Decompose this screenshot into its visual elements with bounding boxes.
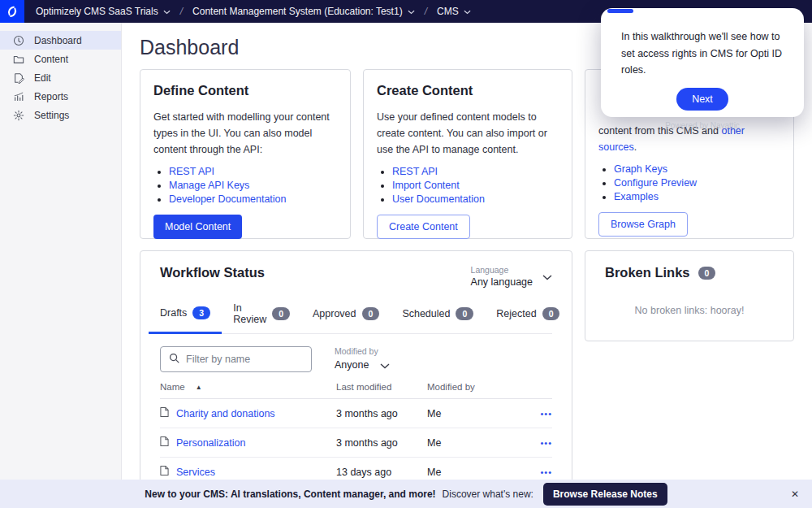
chevron-down-icon (464, 6, 471, 17)
sidebar-item-edit[interactable]: Edit (0, 68, 121, 87)
modified-by-label: Modified by (335, 346, 390, 356)
table-row: Services 13 days ago Me ••• (160, 458, 552, 480)
workflow-status-title: Workflow Status (160, 265, 265, 280)
column-header-last-modified[interactable]: Last modified (336, 382, 427, 392)
workflow-table: Name▲ Last modified Modified by Charity … (160, 382, 552, 480)
content-item-link[interactable]: Charity and donations (160, 406, 275, 420)
language-label: Language (471, 265, 533, 275)
create-content-body: Use your defined content models to creat… (377, 109, 559, 158)
breadcrumb-project-label: Content Management System (Education: Te… (192, 6, 403, 17)
table-row: Charity and donations 3 months ago Me ••… (160, 399, 552, 428)
create-content-links: REST API Import Content User Documentati… (377, 166, 559, 205)
gear-icon (13, 110, 24, 121)
column-header-modified-by[interactable]: Modified by (427, 382, 531, 392)
browse-release-notes-button[interactable]: Browse Release Notes (543, 483, 667, 506)
import-content-link[interactable]: Import Content (392, 180, 460, 191)
breadcrumb-product[interactable]: CMS (437, 6, 471, 17)
chart-icon (13, 91, 24, 102)
workflow-status-card: Workflow Status Language Any language Dr… (140, 250, 572, 480)
sidebar-item-dashboard[interactable]: Dashboard (0, 31, 121, 50)
sidebar-item-label: Reports (34, 91, 68, 102)
configure-preview-link[interactable]: Configure Preview (614, 177, 697, 189)
browse-graph-button[interactable]: Browse Graph (598, 212, 688, 237)
last-modified-cell: 13 days ago (336, 467, 427, 478)
workflow-tabs: Drafts 3 In Review 0 Approved 0 Schedule… (149, 294, 552, 334)
document-icon (160, 436, 169, 449)
optimizely-logo-icon (5, 4, 19, 19)
examples-link[interactable]: Examples (614, 191, 659, 202)
sidebar-item-label: Content (34, 54, 68, 65)
language-selector[interactable]: Language Any language (471, 265, 552, 288)
tab-label: Rejected (496, 308, 536, 319)
breadcrumb-product-label: CMS (437, 6, 459, 17)
document-icon (160, 406, 169, 420)
sidebar-item-settings[interactable]: Settings (0, 106, 121, 124)
tab-label: Drafts (160, 307, 187, 319)
tab-label: Approved (313, 308, 356, 319)
content-item-link[interactable]: Services (160, 465, 215, 479)
breadcrumb-separator: / (425, 6, 427, 17)
banner-bold-text: New to your CMS: AI translations, Conten… (145, 488, 435, 500)
row-actions-menu[interactable]: ••• (540, 467, 552, 477)
broken-links-count-badge: 0 (698, 267, 716, 280)
sort-asc-icon: ▲ (196, 384, 202, 391)
gauge-icon (13, 35, 24, 46)
sidebar: Dashboard Content Edit Reports Settings (0, 23, 122, 480)
language-value: Any language (471, 276, 533, 288)
manage-api-keys-link[interactable]: Manage API Keys (169, 180, 249, 191)
sidebar-item-content[interactable]: Content (0, 50, 121, 68)
breadcrumb-project[interactable]: Content Management System (Education: Te… (192, 6, 415, 17)
walkthrough-progress-bar (607, 9, 633, 13)
sidebar-item-label: Settings (34, 110, 69, 121)
walkthrough-tooltip: In this walkthrough we'll see how to set… (601, 8, 804, 117)
user-documentation-link[interactable]: User Documentation (392, 193, 485, 205)
page-title: Dashboard (140, 36, 239, 59)
banner-close-icon[interactable]: ✕ (791, 488, 799, 500)
last-modified-cell: 3 months ago (336, 408, 427, 419)
tab-in-review[interactable]: In Review 0 (222, 294, 301, 333)
chevron-down-icon (380, 358, 390, 372)
optimizely-logo[interactable] (0, 0, 24, 23)
walkthrough-next-button[interactable]: Next (676, 88, 728, 111)
tab-rejected[interactable]: Rejected 0 (485, 294, 571, 333)
walkthrough-text: In this walkthrough we'll see how to set… (601, 8, 804, 79)
table-header-row: Name▲ Last modified Modified by (160, 382, 552, 399)
deliver-content-links: Graph Keys Configure Preview Examples (598, 163, 780, 202)
tab-count-badge: 0 (456, 307, 473, 320)
rest-api-link[interactable]: REST API (392, 166, 438, 177)
tab-approved[interactable]: Approved 0 (301, 294, 391, 333)
folder-icon (13, 54, 24, 65)
define-content-title: Define Content (153, 83, 337, 98)
tab-drafts[interactable]: Drafts 3 (149, 294, 222, 334)
content-item-link[interactable]: Personalization (160, 436, 245, 449)
tab-label: Scheduled (402, 308, 450, 319)
rest-api-link[interactable]: REST API (169, 166, 214, 177)
modified-by-selector[interactable]: Modified by Anyone (335, 346, 390, 372)
define-content-card: Define Content Get started with modellin… (140, 69, 351, 239)
walkthrough-footer: Powered by Navattic (601, 121, 804, 130)
tab-count-badge: 0 (362, 307, 380, 320)
sidebar-item-label: Edit (34, 72, 51, 84)
tab-scheduled[interactable]: Scheduled 0 (391, 294, 485, 333)
breadcrumb-separator: / (180, 6, 183, 17)
breadcrumb-account[interactable]: Optimizely CMS SaaS Trials (36, 6, 171, 17)
sidebar-item-label: Dashboard (34, 35, 82, 46)
edit-icon (13, 72, 24, 84)
developer-documentation-link[interactable]: Developer Documentation (169, 193, 287, 205)
breadcrumb-account-label: Optimizely CMS SaaS Trials (36, 6, 158, 17)
column-header-name[interactable]: Name▲ (160, 382, 336, 392)
modified-by-cell: Me (427, 408, 531, 419)
last-modified-cell: 3 months ago (336, 437, 427, 449)
create-content-title: Create Content (377, 83, 559, 98)
graph-keys-link[interactable]: Graph Keys (614, 163, 667, 175)
sidebar-item-reports[interactable]: Reports (0, 87, 121, 106)
broken-links-title: Broken Links (605, 265, 690, 280)
row-actions-menu[interactable]: ••• (540, 438, 552, 448)
tab-count-badge: 3 (192, 306, 210, 319)
define-content-body: Get started with modelling your content … (153, 109, 337, 158)
model-content-button[interactable]: Model Content (153, 215, 242, 239)
filter-by-name-input[interactable] (186, 354, 303, 365)
row-actions-menu[interactable]: ••• (540, 409, 552, 419)
create-content-button[interactable]: Create Content (377, 215, 470, 239)
chevron-down-icon (408, 6, 415, 17)
